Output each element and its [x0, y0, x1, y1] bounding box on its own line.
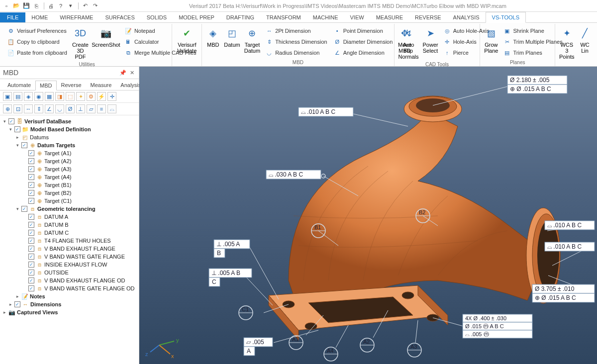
mbd-tree[interactable]: ▾✓🗄Verisurf DataBase ▾✓📁Model Based Defi… — [0, 115, 139, 364]
tree-geo-item[interactable]: ✓⧈OUTSIDE — [1, 269, 138, 276]
tree-target[interactable]: ✓⊕Target (A1) — [1, 149, 138, 157]
tb-icon[interactable]: ⊡ — [13, 104, 22, 113]
tree-notes[interactable]: ▸📝Notes — [1, 292, 138, 300]
dim-thickness-button[interactable]: ⇕Thickness Dimension — [263, 37, 329, 47]
tb-icon[interactable]: ◨ — [55, 92, 64, 101]
dim-angle-button[interactable]: ∠Angle Dimension — [331, 48, 395, 58]
paste-clipboard-button[interactable]: 📄Paste from clipboard — [5, 48, 69, 58]
tab-surfaces[interactable]: SURFACES — [99, 12, 140, 22]
tb-icon[interactable]: ⇕ — [34, 104, 43, 113]
pin-icon[interactable]: 📌 — [119, 69, 127, 77]
datum-button[interactable]: ◰Datum — [223, 26, 241, 49]
tree-captured-views[interactable]: ▸📷Captured Views — [1, 308, 138, 316]
tb-icon[interactable]: Ø — [66, 104, 75, 113]
tab-home[interactable]: HOME — [25, 12, 54, 22]
copy-clipboard-button[interactable]: 📋Copy to clipboard — [5, 37, 69, 47]
create-3dpdf-button[interactable]: 3DCreate 3D PDF — [71, 26, 90, 61]
tree-geo-item[interactable]: ✓⧈V BAND WASTE GATE FLANGE OD — [1, 284, 138, 292]
tb-icon[interactable]: ◡ — [55, 104, 64, 113]
tab-transform[interactable]: TRANSFORM — [260, 12, 307, 22]
tab-analysis[interactable]: ANALYSIS — [447, 12, 486, 22]
verisurf-validate-button[interactable]: ✔Verisurf Validate — [175, 26, 199, 55]
tb-icon[interactable]: ◈ — [24, 92, 33, 101]
tree-datum-targets[interactable]: ▾✓⊕Datum Targets — [1, 141, 138, 149]
undo-icon[interactable]: ↶ — [81, 1, 90, 10]
tb-icon[interactable]: ≡ — [97, 104, 106, 113]
dim-radius-button[interactable]: ◡Radius Dimension — [263, 48, 329, 58]
target-datum-button[interactable]: ⊕Target Datum — [243, 26, 261, 55]
mbd-button[interactable]: ◈MBD — [205, 26, 221, 49]
ptab-reverse[interactable]: Reverse — [57, 80, 86, 90]
autoflip-button[interactable]: ↯Auto Flip Normals — [398, 26, 420, 61]
screenshot-button[interactable]: 📷ScreenShot — [92, 26, 120, 49]
tb-icon[interactable]: ✛ — [107, 92, 116, 101]
tb-icon[interactable]: ↔ — [24, 104, 33, 113]
tb-icon[interactable]: ▣ — [3, 92, 12, 101]
ptab-automate[interactable]: Automate — [3, 80, 35, 90]
wcs-lines-button[interactable]: ╱WC Lin — [578, 26, 593, 55]
tab-solids[interactable]: SOLIDS — [141, 12, 173, 22]
tb-icon[interactable]: ⊥ — [76, 104, 85, 113]
tb-icon[interactable]: ⚙ — [87, 92, 96, 101]
qat-new-icon[interactable]: ▫ — [2, 1, 11, 10]
tab-vstools[interactable]: VS-TOOLS — [486, 12, 526, 23]
close-icon[interactable]: ✕ — [128, 69, 136, 77]
tb-icon[interactable]: ⌓ — [107, 104, 116, 113]
tree-geo-item[interactable]: ✓⧈DATUM A — [1, 213, 138, 221]
tree-target[interactable]: ✓⊕Target (B2) — [1, 189, 138, 197]
tb-icon[interactable]: ⚡ — [97, 92, 106, 101]
tree-geo-item[interactable]: ✓⧈V BAND EXHAUST FLANGE OD — [1, 276, 138, 284]
tb-icon[interactable]: ▦ — [45, 92, 54, 101]
tree-root[interactable]: ▾✓🗄Verisurf DataBase — [1, 117, 138, 125]
tb-icon[interactable]: ⬚ — [66, 92, 75, 101]
tree-geo-item[interactable]: ✓⧈V BAND WASTE GATE FLANGE — [1, 253, 138, 261]
verisurf-preferences-button[interactable]: ⚙Verisurf Preferences — [5, 26, 69, 36]
tree-target[interactable]: ✓⊕Target (C1) — [1, 197, 138, 205]
tree-target[interactable]: ✓⊕Target (A2) — [1, 157, 138, 165]
tab-drafting[interactable]: DRAFTING — [220, 12, 260, 22]
dim-diameter-button[interactable]: ØDiameter Dimension — [331, 37, 395, 47]
tree-geo-item[interactable]: ✓⧈DATUM B — [1, 221, 138, 229]
power-select-button[interactable]: ➤Power Select — [421, 26, 439, 55]
qat-dropdown-icon[interactable]: ▾ — [66, 1, 75, 10]
tb-icon[interactable]: ◉ — [34, 92, 43, 101]
tree-mbd[interactable]: ▾✓📁Model Based Definition — [1, 125, 138, 133]
qat-help-icon[interactable]: ? — [56, 1, 65, 10]
ptab-mbd[interactable]: MBD — [35, 81, 56, 91]
tb-icon[interactable]: ∠ — [45, 104, 54, 113]
qat-print-icon[interactable]: 🖨 — [46, 1, 55, 10]
tree-target[interactable]: ✓⊕Target (A4) — [1, 173, 138, 181]
tree-dimensions[interactable]: ▸✓↔Dimensions — [1, 300, 138, 308]
tab-view[interactable]: VIEW — [344, 12, 370, 22]
tree-geo-item[interactable]: ✓⧈DATUM C — [1, 229, 138, 237]
tb-icon[interactable]: ⊕ — [3, 104, 12, 113]
normals-icon: ↯ — [401, 27, 415, 41]
tree-target[interactable]: ✓⊕Target (A3) — [1, 165, 138, 173]
wcs-3points-button[interactable]: ✦WCS 3 Points — [558, 26, 576, 61]
dim-point-button[interactable]: •Point Dimension — [331, 26, 395, 36]
tree-geo-tol[interactable]: ▾✓⧈Geometric tolerancing — [1, 205, 138, 213]
tree-geo-item[interactable]: ✓⧈INSIDE EXHAUST FLOW — [1, 261, 138, 269]
ptab-measure[interactable]: Measure — [86, 80, 116, 90]
tree-datums[interactable]: ▸◰Datums — [1, 133, 138, 141]
tree-geo-item[interactable]: ✓⧈V BAND EXHAUST FLANGE — [1, 245, 138, 253]
tab-measure[interactable]: MEASURE — [370, 12, 409, 22]
qat-open-icon[interactable]: 📂 — [12, 1, 21, 10]
tab-reverse[interactable]: REVERSE — [409, 12, 447, 22]
model-view[interactable]: y x z Ø 2.180 ± .005 ⊕ Ø .015 A B C ⌓ .0… — [139, 67, 597, 364]
tb-icon[interactable]: ✦ — [76, 92, 85, 101]
dim-2pt-button[interactable]: ↔2Pt Dimension — [263, 26, 329, 36]
tb-icon[interactable]: ▱ — [87, 104, 96, 113]
tab-modelprep[interactable]: MODEL PREP — [173, 12, 220, 22]
tab-wireframe[interactable]: WIREFRAME — [54, 12, 99, 22]
tab-machine[interactable]: MACHINE — [307, 12, 344, 22]
tree-geo-item[interactable]: ✓⧈T4 FLANGE THRU HOLES — [1, 237, 138, 245]
qat-save-icon[interactable]: 💾 — [22, 1, 31, 10]
tab-file[interactable]: FILE — [0, 12, 25, 22]
viewport-3d[interactable]: y x z Ø 2.180 ± .005 ⊕ Ø .015 A B C ⌓ .0… — [139, 67, 597, 364]
grow-plane-button[interactable]: ▧Grow Plane — [483, 26, 499, 55]
tb-icon[interactable]: ▤ — [13, 92, 22, 101]
redo-icon[interactable]: ↷ — [91, 1, 100, 10]
tree-target[interactable]: ✓⊕Target (B1) — [1, 181, 138, 189]
qat-saveas-icon[interactable]: ⎘ — [32, 1, 41, 10]
